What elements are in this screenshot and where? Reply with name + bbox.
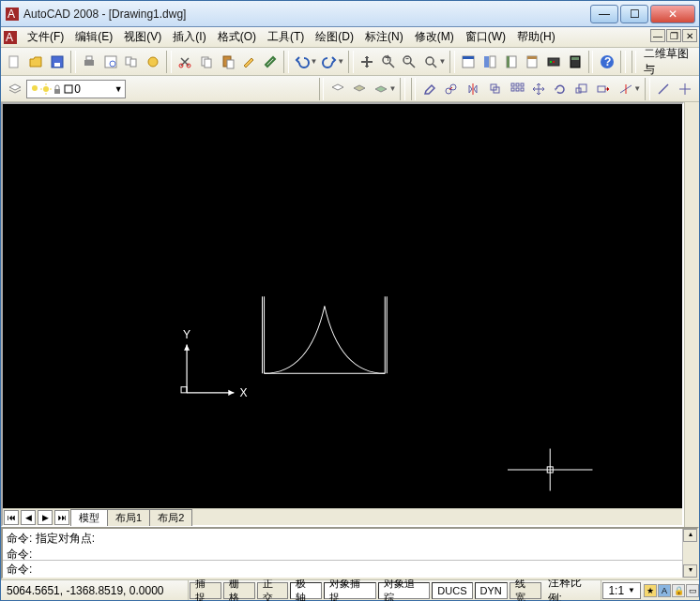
tab-nav-next[interactable]: ▶ [38,510,53,525]
vertical-scrollbar[interactable] [684,102,699,527]
sheet-set-button[interactable] [523,51,542,73]
app-menu-icon[interactable]: A [3,30,18,45]
ducs-toggle[interactable]: DUCS [432,582,472,599]
layer-iso-button[interactable] [371,78,390,100]
anno-auto-icon[interactable]: A [658,584,671,597]
plot-styles-button[interactable] [144,51,163,73]
tool-palettes-button[interactable] [501,51,521,73]
menu-window[interactable]: 窗口(W) [460,27,511,47]
menu-format[interactable]: 格式(O) [212,27,262,47]
mdi-close-button[interactable]: ✕ [682,29,697,42]
menu-edit[interactable]: 编辑(E) [69,27,118,47]
undo-dropdown[interactable]: ▼ [311,57,318,66]
rotate-button[interactable] [550,78,570,100]
trim-dropdown[interactable]: ▼ [633,84,641,93]
grid-toggle[interactable]: 栅格 [223,582,255,599]
menu-view[interactable]: 视图(V) [118,27,167,47]
new-button[interactable] [5,51,24,73]
coords-readout[interactable]: 5064.5651, -1368.8519, 0.0000 [1,580,189,600]
zoom-realtime-button[interactable]: + [378,51,398,73]
clean-screen-icon[interactable]: ▭ [686,584,699,597]
mdi-restore-button[interactable]: ❐ [666,29,681,42]
anno-visibility-icon[interactable]: ★ [644,584,657,597]
quickcalc-button[interactable] [565,51,585,73]
workspace-label[interactable]: 二维草图与 [640,48,695,76]
cline-button[interactable] [676,78,695,100]
svg-rect-17 [205,59,211,68]
command-scrollbar[interactable]: ▴▾ [682,529,697,578]
pan-button[interactable] [358,51,377,73]
tab-model[interactable]: 模型 [70,509,108,526]
lwt-toggle[interactable]: 线宽 [510,582,541,599]
lock-ui-icon[interactable]: 🔒 [672,584,685,597]
layer-off-button[interactable] [349,78,369,100]
publish-button[interactable] [122,51,142,73]
copy-button[interactable] [197,51,217,73]
zoom-dropdown[interactable]: ▼ [438,57,446,66]
markup-button[interactable] [544,51,564,73]
block-editor-button[interactable] [261,51,281,73]
layer-dropdown[interactable]: ▼ [389,84,397,93]
layer-prev-button[interactable] [327,78,347,100]
mirror-button[interactable] [464,78,483,100]
otrack-toggle[interactable]: 对象追踪 [378,582,431,599]
save-button[interactable] [47,51,67,73]
zoom-window-button[interactable]: - [400,51,419,73]
help-button[interactable]: ? [597,51,616,73]
design-center-button[interactable] [479,51,499,73]
annoscale-combo[interactable]: 1:1▼ [602,582,641,599]
menu-draw[interactable]: 绘图(D) [310,27,359,47]
tab-nav-first[interactable]: ⏮ [4,510,19,525]
standard-toolbar: ▼ ▼ + - ▼ ? 二维草图与 [1,48,699,76]
array-button[interactable] [507,78,526,100]
svg-rect-32 [527,56,537,59]
stretch-button[interactable] [594,78,614,100]
workarea: X Y [1,102,699,527]
dyn-toggle[interactable]: DYN [475,582,508,599]
menu-modify[interactable]: 修改(M) [409,27,460,47]
svg-rect-27 [484,56,489,68]
paste-button[interactable] [218,51,237,73]
scale-button[interactable] [572,78,592,100]
move-button[interactable] [528,78,548,100]
redo-button[interactable] [319,51,339,73]
drawing-canvas[interactable]: X Y [3,104,682,508]
line-button[interactable] [654,78,674,100]
snap-toggle[interactable]: 捕捉 [190,582,221,599]
menu-file[interactable]: 文件(F) [22,27,69,47]
minimize-button[interactable]: — [590,5,618,23]
svg-rect-6 [54,63,60,67]
menu-insert[interactable]: 插入(I) [167,27,211,47]
command-input[interactable]: 命令: [3,561,697,578]
print-button[interactable] [80,51,99,73]
open-button[interactable] [26,51,46,73]
tab-layout2[interactable]: 布局2 [149,509,192,526]
mdi-minimize-button[interactable]: — [650,29,665,42]
print-preview-button[interactable] [100,51,120,73]
ortho-toggle[interactable]: 正交 [257,582,289,599]
maximize-button[interactable]: ☐ [620,5,648,23]
tab-layout1[interactable]: 布局1 [107,509,150,526]
layer-combo[interactable]: 0 ▼ [26,80,125,98]
layer-properties-button[interactable] [5,78,24,100]
match-properties-button[interactable] [239,51,259,73]
tab-nav-last[interactable]: ⏭ [54,510,69,525]
redo-dropdown[interactable]: ▼ [337,57,344,66]
tab-nav-prev[interactable]: ◀ [21,510,36,525]
menu-dimension[interactable]: 标注(N) [359,27,409,47]
polar-toggle[interactable]: 极轴 [290,582,322,599]
close-button[interactable]: ✕ [650,5,695,23]
undo-button[interactable] [293,51,312,73]
menu-help[interactable]: 帮助(H) [511,27,561,47]
copy-obj-button[interactable] [442,78,462,100]
osnap-toggle[interactable]: 对象捕捉 [324,582,376,599]
cut-button[interactable] [175,51,195,73]
svg-rect-7 [84,60,94,66]
properties-button[interactable] [459,51,479,73]
trim-button[interactable] [616,78,635,100]
erase-button[interactable] [419,78,439,100]
menu-tools[interactable]: 工具(T) [262,27,310,47]
svg-point-49 [450,84,456,90]
offset-button[interactable] [485,78,505,100]
zoom-prev-button[interactable] [421,51,441,73]
